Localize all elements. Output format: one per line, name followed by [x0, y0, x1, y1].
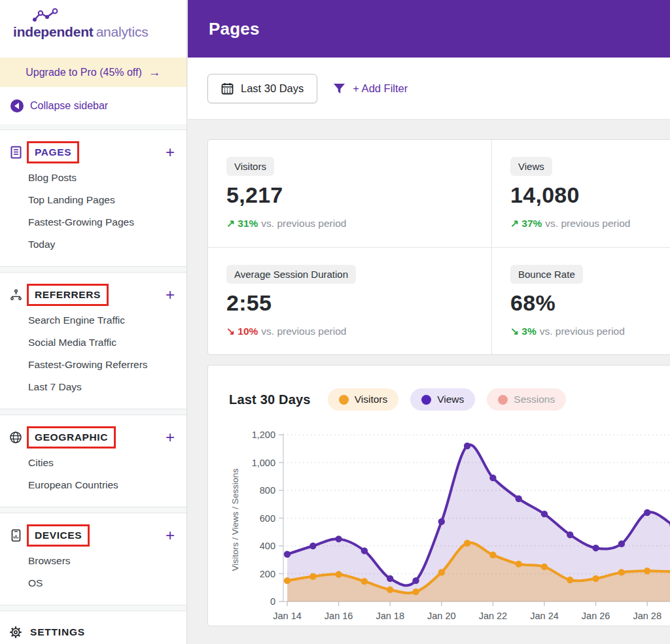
upgrade-label: Upgrade to Pro (45% off) — [26, 67, 142, 78]
sidebar-item-top-landing-pages[interactable]: Top Landing Pages — [0, 189, 186, 211]
pages-icon — [9, 146, 22, 159]
sidebar-item-today[interactable]: Today — [0, 233, 186, 256]
app-logo[interactable]: independentanalytics — [0, 0, 186, 58]
sidebar-section-devices-header[interactable]: DEVICES + — [0, 521, 186, 550]
referrers-icon — [9, 289, 22, 301]
trend-down-icon: ↘ 10% — [226, 326, 258, 337]
sidebar-top: independentanalytics Upgrade to Pro (45%… — [0, 0, 186, 124]
sidebar-item-settings[interactable]: SETTINGS — [0, 611, 186, 644]
date-range-button[interactable]: Last 30 Days — [207, 74, 317, 103]
svg-text:Jan 24: Jan 24 — [530, 611, 559, 621]
content-area: Visitors 5,217 ↗ 31%vs. previous period … — [188, 120, 670, 626]
main-panel: Pages Last 30 Days + Add Filter Visitors… — [188, 0, 670, 644]
svg-text:800: 800 — [260, 485, 275, 496]
sidebar-section-label: DEVICES — [27, 524, 90, 547]
stat-suffix: vs. previous period — [545, 218, 630, 229]
toolbar: Last 30 Days + Add Filter — [188, 58, 670, 120]
collapse-sidebar-button[interactable]: Collapse sidebar — [0, 87, 186, 124]
add-filter-label: + Add Filter — [353, 82, 408, 95]
stat-value: 68% — [510, 290, 670, 316]
add-filter-button[interactable]: + Add Filter — [333, 82, 408, 95]
logo-word-independent: independent — [13, 24, 94, 39]
devices-icon — [9, 529, 22, 542]
sidebar-section-label: REFERRERS — [27, 284, 109, 306]
chart-squiggle-icon — [31, 8, 60, 24]
stat-suffix: vs. previous period — [261, 326, 346, 337]
sidebar-section-geographic-header[interactable]: GEOGRAPHIC + — [0, 423, 186, 452]
app-logo-text: independentanalytics — [13, 24, 149, 40]
sidebar: independentanalytics Upgrade to Pro (45%… — [0, 0, 187, 644]
legend-label: Views — [437, 394, 464, 405]
traffic-area-chart[interactable]: 02004006008001,0001,200Jan 14Jan 16Jan 1… — [219, 422, 670, 637]
svg-text:0: 0 — [270, 596, 275, 607]
add-report-button[interactable]: + — [166, 529, 175, 542]
upgrade-to-pro-banner[interactable]: Upgrade to Pro (45% off) → — [0, 58, 186, 87]
collapse-label: Collapse sidebar — [30, 100, 108, 112]
sidebar-item-european-countries[interactable]: European Countries — [0, 474, 186, 496]
svg-text:1,000: 1,000 — [252, 458, 275, 468]
sidebar-item-last-7-days[interactable]: Last 7 Days — [0, 376, 186, 398]
trend-down-icon: ↘ 3% — [510, 326, 537, 337]
stat-change: ↗ 31%vs. previous period — [226, 218, 473, 229]
svg-text:Jan 22: Jan 22 — [479, 611, 508, 621]
legend-dot — [339, 395, 349, 405]
logo-word-analytics: analytics — [96, 24, 149, 39]
legend-dot — [421, 395, 431, 405]
sidebar-section-pages: PAGES + Blog Posts Top Landing Pages Fas… — [0, 129, 186, 267]
svg-text:Jan 28: Jan 28 — [633, 611, 661, 621]
stat-suffix: vs. previous period — [261, 218, 346, 229]
chart-legend: VisitorsViewsSessions — [328, 388, 567, 411]
sidebar-item-cities[interactable]: Cities — [0, 452, 186, 474]
stat-value: 5,217 — [226, 182, 473, 208]
sidebar-section-label: GEOGRAPHIC — [27, 426, 116, 449]
calendar-icon — [221, 82, 234, 95]
stat-label: Bounce Rate — [510, 265, 583, 284]
legend-label: Visitors — [355, 394, 388, 405]
svg-text:200: 200 — [260, 569, 275, 579]
stat-label: Views — [510, 157, 552, 176]
traffic-chart-card: Last 30 Days VisitorsViewsSessions 02004… — [207, 365, 670, 626]
sidebar-item-os[interactable]: OS — [0, 572, 186, 594]
sidebar-section-referrers-header[interactable]: REFERRERS + — [0, 280, 186, 309]
trend-up-icon: ↗ 31% — [226, 218, 258, 229]
stat-suffix: vs. previous period — [540, 326, 625, 337]
sidebar-item-blog-posts[interactable]: Blog Posts — [0, 167, 186, 189]
page-title: Pages — [209, 19, 260, 39]
sidebar-item-social-media-traffic[interactable]: Social Media Traffic — [0, 331, 186, 354]
add-report-button[interactable]: + — [166, 431, 175, 444]
sidebar-item-fastest-growing-referrers[interactable]: Fastest-Growing Referrers — [0, 354, 186, 376]
right-arrow-icon: → — [149, 65, 161, 80]
funnel-icon — [333, 83, 345, 94]
stat-label: Visitors — [226, 157, 274, 176]
sidebar-section-referrers: REFERRERS + Search Engine Traffic Social… — [0, 272, 186, 409]
stat-label: Average Session Duration — [226, 265, 356, 284]
date-range-label: Last 30 Days — [241, 82, 304, 95]
stats-summary-card: Visitors 5,217 ↗ 31%vs. previous period … — [207, 139, 670, 355]
legend-toggle-visitors[interactable]: Visitors — [328, 388, 399, 411]
legend-toggle-sessions[interactable]: Sessions — [487, 388, 566, 411]
add-report-button[interactable]: + — [166, 146, 175, 159]
legend-dot — [498, 395, 508, 405]
svg-text:Jan 16: Jan 16 — [325, 611, 353, 621]
sidebar-section-geographic: GEOGRAPHIC + Cities European Countries — [0, 415, 186, 507]
legend-toggle-views[interactable]: Views — [410, 388, 475, 411]
stat-avg-session-duration: Average Session Duration 2:55 ↘ 10%vs. p… — [208, 247, 491, 354]
sidebar-item-browsers[interactable]: Browsers — [0, 550, 186, 572]
settings-label: SETTINGS — [30, 626, 85, 638]
sidebar-section-label: PAGES — [27, 141, 79, 163]
sidebar-section-devices: DEVICES + Browsers OS — [0, 513, 186, 605]
stat-value: 14,080 — [510, 182, 670, 208]
stat-bounce-rate: Bounce Rate 68% ↘ 3%vs. previous period — [491, 247, 670, 354]
sidebar-section-pages-header[interactable]: PAGES + — [0, 138, 186, 167]
page-header: Pages — [188, 0, 670, 58]
add-report-button[interactable]: + — [166, 288, 175, 301]
stat-value: 2:55 — [226, 290, 473, 316]
globe-icon — [9, 431, 22, 444]
svg-text:Visitors / Views / Sessions: Visitors / Views / Sessions — [230, 468, 240, 571]
chart-title: Last 30 Days — [229, 392, 311, 407]
svg-text:Jan 18: Jan 18 — [376, 611, 404, 621]
collapse-icon — [10, 99, 24, 112]
stat-change: ↗ 37%vs. previous period — [510, 218, 670, 229]
sidebar-item-fastest-growing-pages[interactable]: Fastest-Growing Pages — [0, 211, 186, 233]
sidebar-item-search-engine-traffic[interactable]: Search Engine Traffic — [0, 309, 186, 331]
